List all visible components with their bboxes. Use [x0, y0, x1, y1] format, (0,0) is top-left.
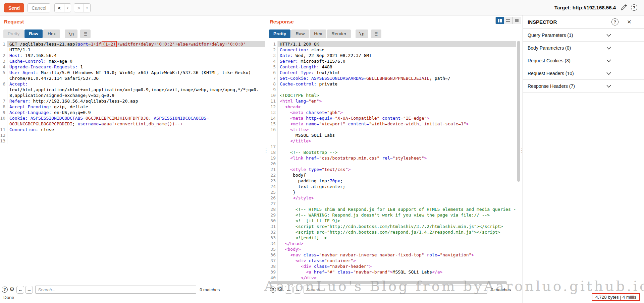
tab-raw[interactable]: Raw — [24, 29, 43, 38]
code-line: 10<!DOCTYPE html> — [268, 93, 516, 98]
response-vertical-scrollbar[interactable] — [517, 41, 520, 182]
code-line: 1HTTP/1.1 200 OK — [268, 41, 516, 47]
code-line: 10Cookie: ASPSESSIONIDCQDCTABS=OGCJKLEBP… — [0, 115, 265, 121]
code-line: 23 padding-top:70px; — [268, 178, 516, 184]
code-line: 30 <!--[if lt IE 9]> — [268, 218, 516, 224]
search-prev-button[interactable]: ← — [285, 286, 292, 294]
single-pane-icon — [515, 19, 519, 22]
request-search-input[interactable] — [35, 286, 196, 294]
history-back-button[interactable]: < ▾ — [54, 3, 71, 12]
target-indicator: Target: http://192.168.56.4 — [554, 5, 616, 10]
layout-single-button[interactable] — [513, 17, 521, 24]
status-text: Done — [3, 295, 14, 300]
edit-target-pencil-icon[interactable] — [620, 4, 627, 11]
inspector-section-label: Request Cookies (3) — [528, 58, 571, 63]
line-number: 34 — [268, 241, 278, 246]
line-number: 7 — [0, 98, 7, 104]
code-line: 5Content-Length: 4488 — [268, 64, 516, 70]
line-number: 7 — [268, 75, 278, 81]
line-number: 5 — [0, 70, 7, 75]
line-number: 4 — [0, 64, 7, 70]
inspector-help-icon[interactable]: ? — [611, 18, 619, 25]
cancel-button[interactable]: Cancel — [28, 3, 50, 12]
code-line: 5User-Agent: Mozilla/5.0 (Windows NT 10.… — [0, 70, 265, 75]
close-icon[interactable]: × — [627, 18, 631, 26]
tab-render[interactable]: Render — [327, 29, 351, 38]
response-panel-title: Response — [270, 19, 294, 24]
line-number: 15 — [268, 121, 278, 127]
code-line: OOJLNCGBCPGLBOGOPCPBDEDI; username=aaaa'… — [0, 121, 265, 127]
layout-rows-button[interactable] — [504, 17, 513, 24]
code-line: 24 text-align:center; — [268, 184, 516, 189]
request-panel-title: Request — [4, 19, 24, 24]
line-number: 26 — [268, 195, 278, 201]
search-next-button[interactable]: → — [293, 286, 301, 294]
search-help-icon[interactable]: ? — [270, 287, 276, 293]
search-prev-button[interactable]: ← — [16, 286, 24, 294]
line-number: 29 — [268, 212, 278, 218]
line-number: 8 — [268, 81, 278, 87]
line-number: 35 — [268, 246, 278, 252]
code-line: 8,application/signed-exchange;v=b3;q=0.9 — [0, 93, 265, 98]
response-horizontal-scrollbar[interactable] — [270, 281, 507, 284]
code-line: 38 <div class="navbar-header"> — [268, 263, 516, 269]
request-tab-bar: PrettyRawHex\n≡ — [3, 29, 91, 38]
panel-divider-handle[interactable]: ⋮ — [264, 149, 269, 152]
line-number: 37 — [268, 258, 278, 263]
code-line: 13 <meta charset="gbk"> — [268, 110, 516, 115]
chevron-down-icon[interactable]: ▾ — [64, 6, 71, 10]
code-line: MSSQL SQLi Labs — [268, 132, 516, 138]
editor-menu-icon[interactable]: ≡ — [371, 29, 381, 38]
inspector-section-body-parameters-0[interactable]: Body Parameters (0) — [523, 42, 644, 54]
code-line: 4Server: Microsoft-IIS/6.0 — [268, 58, 516, 64]
code-line: 1GET /sqlilabs/less-21.asp?sort=1+if(1=2… — [0, 41, 265, 47]
search-help-icon[interactable]: ? — [2, 287, 8, 293]
inspector-section-request-cookies-3[interactable]: Request Cookies (3) — [523, 54, 644, 67]
chevron-down-icon — [606, 34, 611, 37]
chevron-down-icon — [606, 72, 611, 75]
line-number — [0, 121, 7, 127]
code-line: 25 } — [268, 189, 516, 195]
newline-toggle-button[interactable]: \n — [356, 29, 368, 38]
help-icon[interactable]: ? — [631, 4, 637, 11]
history-forward-button[interactable]: > ▾ — [74, 3, 91, 12]
inspector-section-label: Query Parameters (1) — [528, 33, 573, 38]
response-search-input[interactable] — [304, 286, 487, 294]
tab-hex[interactable]: Hex — [43, 29, 60, 38]
inspector-section-response-headers-7[interactable]: Response Headers (7) — [523, 80, 644, 93]
inspector-header: INSPECTOR ? × — [523, 15, 644, 29]
code-line: 40 </div> — [268, 275, 516, 281]
line-number: 9 — [0, 110, 7, 115]
send-button[interactable]: Send — [4, 3, 24, 12]
inspector-section-label: Body Parameters (0) — [528, 45, 571, 51]
tab-hex[interactable]: Hex — [310, 29, 326, 38]
code-line: 3Cache-Control: max-age=0 — [0, 58, 265, 64]
line-number: 13 — [268, 110, 278, 115]
code-line: 31 <script src="http://cdn.bootcss.com/h… — [268, 224, 516, 229]
newline-toggle-button[interactable]: \n — [65, 29, 77, 38]
search-settings-gear-icon[interactable]: ⚙ — [278, 287, 283, 293]
line-number: 18 — [268, 149, 278, 155]
line-number: 10 — [268, 93, 278, 98]
response-editor[interactable]: 1HTTP/1.1 200 OK2Connection: close3Date:… — [268, 40, 516, 282]
tab-raw[interactable]: Raw — [291, 29, 309, 38]
code-line: 33 <![endif]--> — [268, 235, 516, 241]
editor-menu-icon[interactable]: ≡ — [80, 29, 91, 38]
tab-pretty[interactable]: Pretty — [269, 29, 290, 38]
code-line: 7Set-Cookie: ASPSESSIONIDASAARDAS=GBLLLB… — [268, 75, 516, 81]
inspector-section-request-headers-10[interactable]: Request Headers (10) — [523, 67, 644, 80]
code-line: 17 — [268, 144, 516, 149]
tab-pretty[interactable]: Pretty — [3, 29, 24, 38]
back-arrow-label: < — [55, 4, 64, 12]
request-editor[interactable]: 1GET /sqlilabs/less-21.asp?sort=1+if(1=2… — [0, 40, 265, 282]
code-line: 28 <!-- HTML5 shim and Respond.js for IE… — [268, 206, 516, 212]
chevron-down-icon[interactable]: ▾ — [84, 6, 90, 10]
search-settings-gear-icon[interactable]: ⚙ — [9, 287, 14, 293]
line-number — [0, 87, 7, 93]
code-line: 27 — [268, 201, 516, 206]
search-next-button[interactable]: → — [25, 286, 33, 294]
inspector-section-query-parameters-1[interactable]: Query Parameters (1) — [523, 29, 644, 42]
chevron-down-icon — [606, 85, 611, 88]
inspector-section-label: Response Headers (7) — [528, 83, 575, 89]
layout-columns-button[interactable] — [496, 17, 504, 24]
